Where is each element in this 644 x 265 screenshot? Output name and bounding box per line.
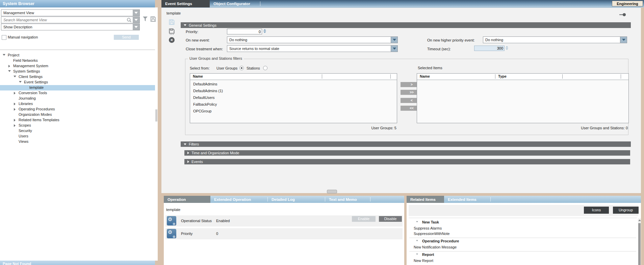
tab-detailed-log[interactable]: Detailed Log xyxy=(268,196,325,203)
column-header-name[interactable]: Name xyxy=(420,74,430,78)
group-expanded-icon[interactable] xyxy=(416,221,418,222)
description-selector-combo[interactable]: Show Description xyxy=(1,24,140,30)
tree-item-operating-procedures[interactable]: Operating Procedures xyxy=(0,107,155,112)
chevron-down-icon[interactable] xyxy=(391,37,397,43)
tree-item-scopes[interactable]: Scopes xyxy=(0,123,155,128)
selected-items-header[interactable]: Name Type xyxy=(417,74,628,80)
list-item[interactable]: OPCGroup xyxy=(190,108,396,114)
tab-extended-items[interactable]: Extended Items xyxy=(444,196,491,203)
tree-collapsed-icon[interactable] xyxy=(8,65,10,68)
column-header-name[interactable]: Name xyxy=(193,74,203,78)
list-item[interactable]: DefaultAdmins (1) xyxy=(190,87,396,94)
events-header[interactable]: Events xyxy=(184,159,630,164)
tree-item-template[interactable]: template xyxy=(0,85,155,90)
search-options-chevron-icon[interactable] xyxy=(133,17,139,23)
tree-item-libraries[interactable]: Libraries xyxy=(0,101,155,107)
tab-object-configurator[interactable]: Object Configurator xyxy=(210,0,260,7)
tree-expanded-icon[interactable] xyxy=(19,81,22,83)
general-settings-header[interactable]: General Settings xyxy=(181,22,631,28)
tree-expanded-icon[interactable] xyxy=(8,70,11,72)
tab-extended-operation[interactable]: Extended Operation xyxy=(210,196,268,203)
search-box[interactable] xyxy=(1,17,140,23)
timeout-spinner[interactable] xyxy=(506,46,508,50)
enable-button[interactable]: Enable xyxy=(352,216,376,222)
chevron-down-icon[interactable] xyxy=(133,10,139,16)
related-group-report[interactable]: Report xyxy=(422,253,434,257)
tree-collapsed-icon[interactable] xyxy=(14,103,16,105)
related-group-operating-procedure[interactable]: Operating Procedure xyxy=(422,239,459,243)
filters-header[interactable]: Filters xyxy=(181,141,631,147)
tree-item-management-system[interactable]: Management System xyxy=(0,63,155,69)
icons-button[interactable]: Icons xyxy=(584,207,609,214)
user-groups-radio[interactable] xyxy=(239,66,244,70)
tree-item-journaling[interactable]: Journaling xyxy=(0,96,155,101)
mode-badge[interactable]: Engineering xyxy=(612,1,643,6)
disable-button[interactable]: Disable xyxy=(379,216,402,222)
available-items-list[interactable]: Name DefaultAdminsDefaultAdmins (1)Defau… xyxy=(190,73,397,123)
tab-operation[interactable]: Operation xyxy=(164,196,210,203)
chevron-down-icon[interactable] xyxy=(620,37,627,43)
on-new-event-combo[interactable]: Do nothing xyxy=(227,36,398,43)
tree-item-security[interactable]: Security xyxy=(0,128,155,134)
tree-item-views[interactable]: Views xyxy=(0,139,155,144)
tree-expanded-icon[interactable] xyxy=(14,76,16,77)
save-as-icon[interactable] xyxy=(169,28,175,35)
ungroup-button[interactable]: Ungroup xyxy=(613,207,639,214)
tab-text-and-memo[interactable]: Text and Memo xyxy=(325,196,370,203)
related-item[interactable]: New Notification Message xyxy=(414,245,457,249)
related-scrollbar-thumb[interactable] xyxy=(638,223,641,265)
list-item[interactable]: DefaultAdmins xyxy=(190,81,396,87)
tree-expanded-icon[interactable] xyxy=(3,54,5,56)
tree-item-client-settings[interactable]: Client Settings xyxy=(0,74,155,80)
related-group-new-task[interactable]: New Task xyxy=(422,220,439,224)
discard-icon[interactable]: ✕ xyxy=(169,37,175,43)
tree-scrollbar-thumb[interactable] xyxy=(155,109,157,122)
priority-spinner[interactable] xyxy=(263,29,266,33)
view-selector-combo[interactable]: Management View xyxy=(1,9,140,16)
close-treatment-combo[interactable]: Source returns to normal state xyxy=(227,45,398,52)
chevron-down-icon[interactable] xyxy=(391,46,397,52)
list-item[interactable]: FallbackPolicy xyxy=(190,101,396,108)
tree-item-organization-modes[interactable]: Organization Modes xyxy=(0,112,155,117)
search-input[interactable] xyxy=(1,18,127,22)
column-header-type[interactable]: Type xyxy=(498,74,507,78)
time-org-mode-header[interactable]: Time and Organization Mode xyxy=(184,150,630,156)
tree-item-event-settings[interactable]: Event Settings xyxy=(0,80,155,85)
save-search-icon[interactable] xyxy=(150,16,156,22)
send-button[interactable]: Send xyxy=(114,35,139,40)
related-item[interactable]: SuppressionWithNote xyxy=(414,232,449,236)
tree-item-project[interactable]: Project xyxy=(0,53,155,58)
splitter-handle[interactable] xyxy=(327,190,337,193)
chevron-down-icon[interactable] xyxy=(133,24,139,30)
stations-radio[interactable] xyxy=(263,66,267,70)
tree-item-system-settings[interactable]: System Settings xyxy=(0,69,155,74)
tab-related-items[interactable]: Related Items xyxy=(407,196,444,203)
priority-input[interactable] xyxy=(227,29,262,34)
tree-collapsed-icon[interactable] xyxy=(14,119,16,122)
group-expanded-icon[interactable] xyxy=(416,240,418,241)
tree-item-conversion-tools[interactable]: Conversion Tools xyxy=(0,90,155,96)
group-expanded-icon[interactable] xyxy=(416,254,418,255)
partial-pane-header[interactable]: Page Not Found xyxy=(0,261,155,265)
manual-navigation-checkbox[interactable] xyxy=(2,35,6,40)
tree-collapsed-icon[interactable] xyxy=(14,124,16,127)
tab-event-settings[interactable]: Event Settings xyxy=(161,0,210,7)
related-scrollbar-track[interactable] xyxy=(638,218,641,265)
on-new-higher-label: On new higher priority event: xyxy=(427,38,475,42)
tree-collapsed-icon[interactable] xyxy=(14,108,16,111)
selected-items-list[interactable]: Name Type xyxy=(417,73,629,123)
list-item[interactable]: DefaultUsers xyxy=(190,94,396,101)
filter-icon[interactable] xyxy=(142,16,148,22)
tree-item-users[interactable]: Users xyxy=(0,134,155,139)
on-new-higher-combo[interactable]: Do nothing xyxy=(483,36,627,43)
related-item[interactable]: Suppress Alarms xyxy=(414,226,442,230)
save-icon[interactable] xyxy=(169,19,175,25)
pin-icon[interactable] xyxy=(619,13,626,17)
related-item[interactable]: New Report xyxy=(414,259,433,263)
scroll-up-icon[interactable] xyxy=(638,219,641,221)
tree-collapsed-icon[interactable] xyxy=(14,92,16,95)
tree-item-field-networks[interactable]: Field Networks xyxy=(0,58,155,63)
timeout-input[interactable] xyxy=(474,46,505,51)
available-items-header[interactable]: Name xyxy=(190,74,397,80)
tree-item-related-items-templates[interactable]: Related Items Templates xyxy=(0,117,155,123)
